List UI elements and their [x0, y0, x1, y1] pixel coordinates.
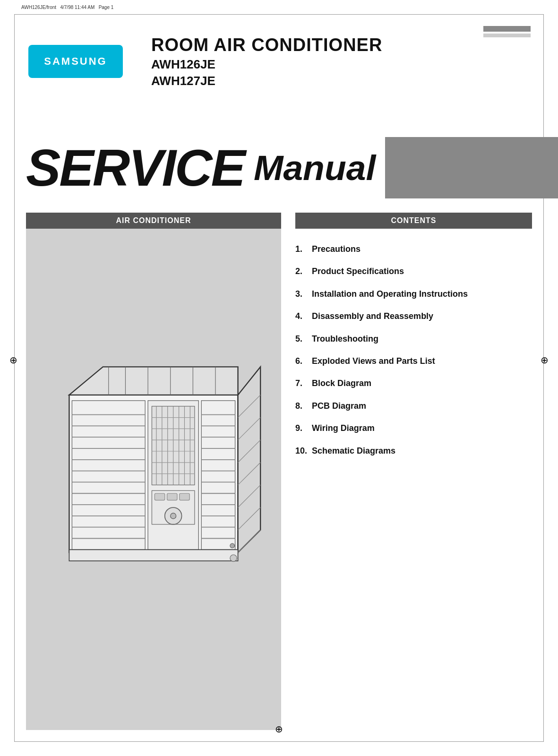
ac-image-container: [26, 229, 281, 730]
item-number: 10.: [295, 446, 309, 456]
item-number: 5.: [295, 334, 309, 344]
svg-marker-2: [238, 367, 261, 552]
registration-mark-left: [9, 354, 17, 366]
item-number: 3.: [295, 289, 309, 300]
logo-text: SAMSUNG: [44, 55, 107, 68]
item-number: 9.: [295, 423, 309, 434]
file-info: AWH126JE/front 4/7/98 11:44 AM Page 1: [21, 5, 113, 10]
contents-item-3: 3. Installation and Operating Instructio…: [295, 283, 532, 305]
header: SAMSUNG ROOM AIR CONDITIONER AWH126JE AW…: [28, 28, 530, 94]
svg-marker-1: [69, 367, 238, 395]
contents-list: 1. Precautions2. Product Specifications3…: [295, 238, 532, 462]
registration-mark-right: [541, 354, 549, 366]
contents-item-10: 10. Schematic Diagrams: [295, 440, 532, 462]
item-number: 4.: [295, 311, 309, 322]
item-number: 2.: [295, 266, 309, 277]
right-panel: CONTENTS 1. Precautions2. Product Specif…: [281, 213, 532, 730]
ac-unit-drawing: [35, 238, 272, 721]
svg-rect-33: [167, 493, 177, 500]
left-panel-header: AIR CONDITIONER: [26, 213, 281, 229]
samsung-logo: SAMSUNG: [28, 45, 123, 78]
manual-container: Manual: [254, 137, 558, 198]
svg-point-64: [230, 543, 235, 548]
item-number: 8.: [295, 401, 309, 412]
contents-item-5: 5. Troubleshooting: [295, 328, 532, 350]
svg-rect-34: [180, 493, 189, 500]
svg-point-36: [171, 513, 176, 519]
service-text: SERVICE: [26, 142, 244, 194]
left-panel: AIR CONDITIONER: [26, 213, 281, 730]
contents-item-1: 1. Precautions: [295, 238, 532, 260]
header-title: ROOM AIR CONDITIONER AWH126JE AWH127JE: [151, 35, 530, 88]
manual-text: Manual: [254, 150, 376, 186]
content-area: AIR CONDITIONER: [26, 213, 532, 730]
contents-item-2: 2. Product Specifications: [295, 260, 532, 283]
item-number: 1.: [295, 244, 309, 255]
registration-mark-bottom: [275, 723, 283, 735]
contents-item-6: 6. Exploded Views and Parts List: [295, 350, 532, 372]
right-panel-header: CONTENTS: [295, 213, 532, 229]
main-title: ROOM AIR CONDITIONER: [151, 35, 530, 55]
manual-bar: [385, 137, 558, 198]
model2: AWH127JE: [151, 74, 530, 88]
contents-item-7: 7. Block Diagram: [295, 372, 532, 395]
svg-point-65: [230, 555, 237, 561]
item-number: 7.: [295, 378, 309, 389]
model1: AWH126JE: [151, 57, 530, 72]
service-banner: SERVICE Manual: [0, 137, 558, 198]
item-number: 6.: [295, 356, 309, 367]
svg-rect-32: [155, 493, 164, 500]
contents-item-9: 9. Wiring Diagram: [295, 417, 532, 439]
svg-rect-50: [69, 550, 238, 561]
contents-item-8: 8. PCB Diagram: [295, 395, 532, 417]
contents-item-4: 4. Disassembly and Reassembly: [295, 305, 532, 327]
